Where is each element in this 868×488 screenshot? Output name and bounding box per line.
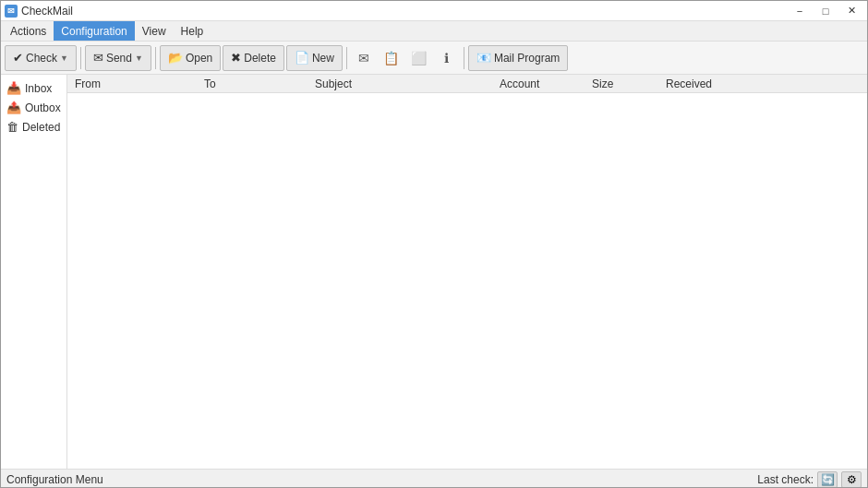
main-area: 📥 Inbox 📤 Outbox 🗑 Deleted From To Subje… [1,75,867,469]
info-button[interactable]: ℹ [434,45,460,71]
status-text: Configuration Menu [6,473,103,486]
email-list [67,93,867,469]
icon-btn-2[interactable]: 📋 [379,45,404,71]
new-label: New [312,52,334,65]
sidebar: 📥 Inbox 📤 Outbox 🗑 Deleted [1,75,67,469]
col-header-subject[interactable]: Subject [311,77,496,90]
delete-icon: ✖ [231,51,241,65]
minimize-button[interactable]: − [788,4,812,18]
menu-view[interactable]: View [135,21,174,41]
app-icon: ✉ [5,5,18,18]
outbox-icon: 📤 [6,101,21,114]
col-header-size[interactable]: Size [588,77,662,90]
outbox-label: Outbox [25,101,61,114]
delete-button[interactable]: ✖ Delete [223,45,284,71]
menu-help[interactable]: Help [174,21,211,41]
title-left: ✉ CheckMail [5,5,73,18]
mail-program-label: Mail Program [494,52,560,65]
refresh-button[interactable]: 🔄 [817,471,838,488]
app-title: CheckMail [21,5,73,18]
send-dropdown-arrow: ▼ [135,54,143,63]
mail-program-icon: 📧 [476,51,491,65]
separator-2 [155,47,156,69]
col-header-account[interactable]: Account [496,77,588,90]
menu-actions[interactable]: Actions [3,21,54,41]
title-bar: ✉ CheckMail − □ ✕ [1,1,867,21]
sidebar-item-inbox[interactable]: 📥 Inbox [1,78,66,98]
separator-3 [346,47,347,69]
deleted-label: Deleted [22,121,60,134]
deleted-icon: 🗑 [6,120,18,134]
delete-label: Delete [244,52,276,65]
settings-button[interactable]: ⚙ [841,471,862,488]
send-icon: ✉ [93,51,103,65]
menu-bar: Actions Configuration View Help [1,21,867,42]
sidebar-item-deleted[interactable]: 🗑 Deleted [1,117,66,137]
new-icon: 📄 [295,51,309,65]
inbox-icon: 📥 [6,81,21,95]
separator-1 [80,47,81,69]
icon-btn-1[interactable]: ✉ [351,45,377,71]
check-button[interactable]: ✔ Check ▼ [5,45,77,71]
col-header-to[interactable]: To [200,77,311,90]
send-label: Send [106,52,132,65]
col-header-received[interactable]: Received [662,77,863,90]
toolbar: ✔ Check ▼ ✉ Send ▼ 📂 Open ✖ Delete 📄 New… [1,42,867,75]
check-dropdown-arrow: ▼ [60,54,68,63]
open-icon: 📂 [168,51,183,65]
sidebar-item-outbox[interactable]: 📤 Outbox [1,98,66,117]
open-label: Open [186,52,212,65]
column-headers: From To Subject Account Size Received [67,75,867,93]
send-button[interactable]: ✉ Send ▼ [85,45,151,71]
separator-4 [464,47,464,69]
status-right: Last check: 🔄 ⚙ [757,471,862,488]
check-label: Check [26,52,57,65]
col-header-from[interactable]: From [71,77,200,90]
new-button[interactable]: 📄 New [286,45,343,71]
email-area: From To Subject Account Size Received [67,75,867,469]
check-icon: ✔ [13,51,23,65]
status-bar: Configuration Menu Last check: 🔄 ⚙ [1,469,867,488]
inbox-label: Inbox [25,82,52,95]
last-check-label: Last check: [757,473,814,486]
menu-configuration[interactable]: Configuration [54,21,134,41]
mail-program-button[interactable]: 📧 Mail Program [468,45,568,71]
close-button[interactable]: ✕ [839,4,863,18]
maximize-button[interactable]: □ [814,4,838,18]
open-button[interactable]: 📂 Open [160,45,221,71]
title-controls: − □ ✕ [788,4,863,18]
icon-btn-3[interactable]: ⬜ [406,45,432,71]
